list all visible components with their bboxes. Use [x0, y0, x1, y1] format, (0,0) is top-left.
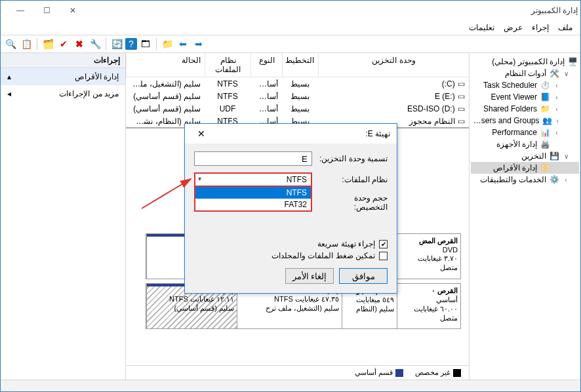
- volume-row[interactable]: ▭ ESD-ISO (D:)بسيطأساسيUDFسليم (قسم أساس…: [126, 102, 469, 115]
- combo-filesystem[interactable]: NTFS ▾ NTFS FAT32: [194, 172, 312, 187]
- volume-row[interactable]: ▭ (C:)بسيطأساسيNTFSسليم (التشغيل، ملف تر…: [126, 77, 469, 90]
- tb-up-icon[interactable]: 📁: [160, 37, 174, 51]
- tree-storage[interactable]: ∨💾التخزين: [471, 150, 579, 162]
- menubar: ملف إجراء عرض تعليمات: [1, 20, 580, 35]
- tb-list-icon[interactable]: 📋: [19, 37, 33, 51]
- actions-pane: إجراءات إدارة الأقراص▴ مزيد من الإجراءات…: [1, 53, 125, 380]
- actions-more[interactable]: مزيد من الإجراءات◂: [1, 85, 125, 102]
- tree-shared-folders[interactable]: ›📁Shared Folders: [471, 103, 579, 115]
- tree-root[interactable]: 🖥️إدارة الكمبيوتر (محلي): [471, 56, 579, 68]
- chevron-left-icon: ◂: [7, 89, 11, 98]
- chevron-down-icon: ▾: [198, 175, 201, 182]
- minimize-button[interactable]: —: [7, 1, 33, 20]
- checkbox-icon: [379, 252, 388, 260]
- combo-filesystem-dropdown: NTFS FAT32: [194, 187, 312, 212]
- check-quick-format[interactable]: ✔ إجراء تهيئة سريعة: [185, 238, 397, 250]
- dialog-close-icon[interactable]: ✕: [191, 124, 211, 144]
- tree-event-viewer[interactable]: ›📘Event Viewer: [471, 91, 579, 103]
- volume-list: ▭ (C:)بسيطأساسيNTFSسليم (التشغيل، ملف تر…: [126, 77, 469, 128]
- tb-refresh-icon[interactable]: 🔄: [110, 37, 124, 51]
- tb-delete-icon[interactable]: ✖: [72, 37, 87, 51]
- tb-back-icon[interactable]: ⬅: [176, 37, 190, 51]
- col-type[interactable]: النوع: [250, 53, 282, 77]
- input-volume-label[interactable]: [194, 151, 312, 166]
- tb-fwd-icon[interactable]: ➡: [191, 37, 206, 51]
- menu-view[interactable]: عرض: [501, 22, 525, 33]
- menu-help[interactable]: تعليمات: [466, 22, 497, 33]
- titlebar: — ☐ ✕ إدارة الكمبيوتر: [1, 1, 580, 20]
- col-layout[interactable]: التخطيط: [282, 53, 318, 77]
- tree-disk-mgmt[interactable]: 📀إدارة الأقراص: [471, 162, 579, 174]
- format-dialog: تهيئة E: ✕ تسمية وحدة التخزين: نظام المل…: [184, 123, 397, 294]
- label-volume: تسمية وحدة التخزين:: [319, 154, 388, 163]
- col-fs[interactable]: نظام الملفات: [205, 53, 250, 77]
- maximize-button[interactable]: ☐: [33, 1, 60, 20]
- tree-local-users[interactable]: ›👥Local Users and Groups: [471, 115, 579, 127]
- check-compression[interactable]: تمكين ضغط الملفات والمجلدات: [185, 250, 397, 262]
- chevron-up-icon: ▴: [7, 72, 11, 81]
- actions-disk-mgmt[interactable]: إدارة الأقراص▴: [1, 68, 125, 85]
- tree-performance[interactable]: ›📊Performance: [471, 127, 579, 138]
- volume-header: وحدة التخزين التخطيط النوع نظام الملفات …: [126, 53, 469, 77]
- window-title: إدارة الكمبيوتر: [531, 6, 578, 15]
- tb-search-icon[interactable]: 🔍: [3, 37, 18, 51]
- toolbar: 🔍 📋 🗂️ ✔ ✖ 🔧 🔄 ? 🗔 📁 ⬅ ➡: [1, 35, 580, 53]
- tb-window-icon[interactable]: 🗔: [138, 37, 153, 51]
- legend: غير مخصص قسم أساسي: [126, 365, 469, 380]
- tree-task-scheduler[interactable]: ›⏱️Task Scheduler: [471, 79, 579, 91]
- fs-option-ntfs[interactable]: NTFS: [195, 187, 311, 199]
- col-volume[interactable]: وحدة التخزين: [318, 53, 469, 77]
- tree-services[interactable]: ›⚙️الخدمات والتطبيقات: [471, 174, 579, 186]
- menu-action[interactable]: إجراء: [529, 22, 551, 33]
- label-alloc: حجم وحدة التخصيص:: [319, 193, 388, 212]
- tree-pane: 🖥️إدارة الكمبيوتر (محلي) ∨🛠️أدوات النظام…: [469, 53, 580, 380]
- menu-file[interactable]: ملف: [555, 22, 575, 33]
- checkbox-icon: ✔: [379, 240, 388, 248]
- tb-check-icon[interactable]: ✔: [56, 37, 71, 51]
- tb-help-icon[interactable]: ?: [125, 38, 137, 50]
- label-fs: نظام الملفات:: [319, 175, 388, 184]
- ok-button[interactable]: موافق: [339, 268, 388, 284]
- tb-props-icon[interactable]: 🔧: [88, 37, 102, 51]
- close-button[interactable]: ✕: [60, 1, 86, 20]
- tb-save-icon[interactable]: 🗂️: [41, 37, 55, 51]
- col-status[interactable]: الحالة: [126, 53, 205, 77]
- fs-option-fat32[interactable]: FAT32: [195, 199, 311, 210]
- volume-row[interactable]: ▭ E (E:)بسيطأساسيNTFSسليم (قسم أساسي): [126, 90, 469, 102]
- statusbar: [1, 380, 580, 391]
- cancel-button[interactable]: إلغاء الأمر: [285, 268, 334, 284]
- tree-device-mgr[interactable]: 🖨️إدارة الأجهزة: [471, 138, 579, 150]
- dialog-title: تهيئة E:: [365, 129, 390, 138]
- tree-system-tools[interactable]: ∨🛠️أدوات النظام: [471, 68, 579, 79]
- actions-header: إجراءات: [1, 53, 125, 68]
